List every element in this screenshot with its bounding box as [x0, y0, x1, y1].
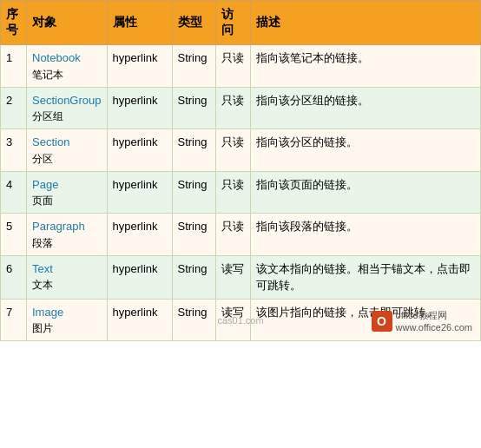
cell-seq: 5 [1, 214, 27, 256]
cell-attr: hyperlink [107, 87, 172, 129]
obj-english: SectionGroup [32, 92, 102, 109]
header-access: 访问 [215, 1, 250, 45]
main-container: 序号 对象 属性 类型 访问 描述 1Notebook笔记本hyperlinkS… [0, 0, 481, 341]
obj-english: Paragraph [32, 218, 102, 235]
cell-access: 只读 [215, 87, 250, 129]
cell-access: 只读 [215, 129, 250, 172]
table-row: 4Page页面hyperlinkString只读指向该页面的链接。 [1, 171, 481, 214]
obj-chinese: 段落 [32, 235, 102, 251]
cell-obj: Notebook笔记本 [27, 45, 108, 88]
obj-english: Text [32, 260, 102, 278]
header-desc: 描述 [250, 1, 481, 45]
cell-attr: hyperlink [107, 299, 172, 341]
cell-type: String [172, 255, 215, 299]
obj-english: Section [32, 134, 102, 151]
logo-icon: O [372, 311, 392, 332]
obj-chinese: 图片 [32, 320, 102, 336]
cell-seq: 7 [1, 299, 27, 341]
cell-access: 只读 [215, 45, 250, 88]
cell-type: String [172, 45, 215, 88]
cell-seq: 3 [1, 129, 27, 172]
cell-type: String [172, 214, 215, 256]
obj-chinese: 分区 [32, 151, 102, 167]
cell-obj: Text文本 [27, 255, 108, 299]
table-container: 序号 对象 属性 类型 访问 描述 1Notebook笔记本hyperlinkS… [0, 0, 481, 341]
header-row: 序号 对象 属性 类型 访问 描述 [1, 1, 481, 45]
table-row: 1Notebook笔记本hyperlinkString只读指向该笔记本的链接。 [1, 45, 481, 88]
cell-seq: 6 [1, 255, 27, 299]
table-row: 6Text文本hyperlinkString读写该文本指向的链接。相当于锚文本，… [1, 255, 481, 299]
cell-seq: 1 [1, 45, 27, 88]
header-type: 类型 [172, 1, 215, 45]
obj-english: Page [32, 176, 102, 194]
cell-desc: 指向该分区组的链接。 [250, 87, 481, 129]
cell-attr: hyperlink [107, 214, 172, 256]
header-seq: 序号 [1, 1, 27, 45]
cell-attr: hyperlink [107, 45, 172, 88]
cell-desc: 指向该段落的链接。 [250, 214, 481, 256]
cell-type: String [172, 129, 215, 172]
cell-desc: 指向该页面的链接。 [250, 171, 481, 214]
cell-seq: 2 [1, 87, 27, 129]
cell-type: String [172, 171, 215, 214]
cell-type: String [172, 87, 215, 129]
cell-attr: hyperlink [107, 129, 172, 172]
cell-desc: 指向该分区的链接。 [250, 129, 481, 172]
cell-access: 读写 [215, 255, 250, 299]
logo-text: office教程网 www.office26.com [396, 309, 472, 333]
cell-attr: hyperlink [107, 255, 172, 299]
cell-obj: Paragraph段落 [27, 214, 108, 256]
cell-obj: Image图片 [27, 299, 108, 341]
cell-access: 只读 [215, 214, 250, 256]
obj-english: Image [32, 304, 102, 321]
obj-chinese: 分区组 [32, 109, 102, 124]
cell-desc: 指向该笔记本的链接。 [250, 45, 481, 88]
obj-chinese: 页面 [32, 193, 102, 208]
cell-obj: SectionGroup分区组 [27, 87, 108, 129]
cell-access: 只读 [215, 171, 250, 214]
table-row: 3Section分区hyperlinkString只读指向该分区的链接。 [1, 129, 481, 172]
header-attr: 属性 [107, 1, 172, 45]
data-table: 序号 对象 属性 类型 访问 描述 1Notebook笔记本hyperlinkS… [0, 0, 481, 341]
cell-attr: hyperlink [107, 171, 172, 214]
cell-desc: 该文本指向的链接。相当于锚文本，点击即可跳转。 [250, 255, 481, 299]
header-obj: 对象 [27, 1, 108, 45]
obj-chinese: 笔记本 [32, 67, 102, 82]
cell-obj: Page页面 [27, 171, 108, 214]
obj-chinese: 文本 [32, 277, 102, 293]
cell-obj: Section分区 [27, 129, 108, 172]
logo-area: O office教程网 www.office26.com [372, 309, 472, 333]
table-row: 2SectionGroup分区组hyperlinkString只读指向该分区组的… [1, 87, 481, 129]
cell-seq: 4 [1, 171, 27, 214]
watermark-text: cas01.com [217, 315, 263, 326]
obj-english: Notebook [32, 49, 102, 67]
cell-type: String [172, 299, 215, 341]
table-row: 5Paragraph段落hyperlinkString只读指向该段落的链接。 [1, 214, 481, 256]
